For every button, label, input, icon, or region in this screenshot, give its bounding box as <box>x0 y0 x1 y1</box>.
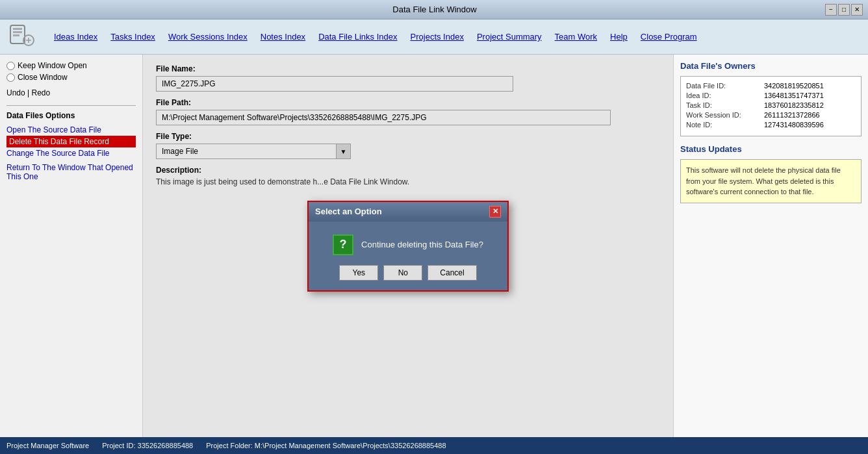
menu-team-work[interactable]: Team Work <box>548 29 604 44</box>
modal-no-button[interactable]: No <box>383 265 422 281</box>
owner-task-value: 183760182335812 <box>764 101 824 109</box>
keep-window-label: Keep Window Open <box>18 61 87 70</box>
svg-rect-3 <box>13 34 19 36</box>
owner-work-session-label: Work Session ID: <box>686 111 764 119</box>
window-options: Keep Window Open Close Window <box>6 61 136 82</box>
owner-idea-value: 136481351747371 <box>764 92 824 99</box>
status-project-folder-value: M:\Project Management Software\Projects\… <box>255 442 446 449</box>
modal-titlebar: Select an Option ✕ <box>309 202 507 221</box>
owner-data-file-value: 342081819520851 <box>764 82 824 90</box>
status-project-folder-label: Project Folder: <box>206 442 253 449</box>
menu-help[interactable]: Help <box>604 29 634 44</box>
undo-redo-row: Undo | Redo <box>6 88 136 97</box>
title-bar-controls: − □ ✕ <box>825 4 863 16</box>
sidebar-change-source[interactable]: Change The Source Data File <box>6 147 136 159</box>
close-window-option[interactable]: Close Window <box>6 73 136 82</box>
owners-title: Data File's Owners <box>680 61 862 71</box>
restore-button[interactable]: □ <box>838 4 850 16</box>
menu-work-sessions-index[interactable]: Work Sessions Index <box>162 29 254 44</box>
right-panel: Data File's Owners Data File ID: 3420818… <box>673 55 868 437</box>
menu-ideas-index[interactable]: Ideas Index <box>47 29 104 44</box>
redo-button[interactable]: Redo <box>31 88 50 97</box>
modal-body: ? Continue deleting this Data File? Yes … <box>309 221 507 290</box>
modal-question-icon: ? <box>333 234 353 255</box>
menu-project-summary[interactable]: Project Summary <box>470 29 548 44</box>
modal-title: Select an Option <box>315 207 382 216</box>
menu-tasks-index[interactable]: Tasks Index <box>104 29 162 44</box>
status-project-id-value: 33526268885488 <box>138 442 194 449</box>
sidebar-open-source[interactable]: Open The Source Data File <box>6 124 136 136</box>
owner-work-session-value: 26111321372866 <box>764 111 820 119</box>
owner-task-label: Task ID: <box>686 101 764 109</box>
menu-bar: Ideas Index Tasks Index Work Sessions In… <box>0 19 868 55</box>
owner-row-data-file: Data File ID: 342081819520851 <box>686 82 856 90</box>
modal-buttons: Yes No Cancel <box>339 265 476 281</box>
close-window-button[interactable]: ✕ <box>851 4 863 16</box>
sidebar-section-title: Data Files Options <box>6 111 136 120</box>
sidebar-divider <box>6 105 136 106</box>
menu-close-program[interactable]: Close Program <box>634 29 704 44</box>
minimize-button[interactable]: − <box>825 4 837 16</box>
menu-projects-index[interactable]: Projects Index <box>404 29 470 44</box>
svg-rect-2 <box>13 31 22 33</box>
status-project-folder: Project Folder: M:\Project Management So… <box>206 442 446 449</box>
owner-note-label: Note ID: <box>686 121 764 129</box>
status-project-id-label: Project ID: <box>102 442 135 449</box>
owner-data-file-label: Data File ID: <box>686 82 764 90</box>
owner-row-work-session: Work Session ID: 26111321372866 <box>686 111 856 119</box>
menu-notes-index[interactable]: Notes Index <box>254 29 312 44</box>
status-box: This software will not delete the physic… <box>680 159 862 203</box>
undo-button[interactable]: Undo <box>6 88 25 97</box>
status-software: Project Manager Software <box>6 442 89 449</box>
close-window-label: Close Window <box>18 73 68 82</box>
sidebar-return-window[interactable]: Return To The Window That Opened This On… <box>6 162 136 183</box>
modal-message-row: ? Continue deleting this Data File? <box>333 234 483 255</box>
owner-idea-label: Idea ID: <box>686 92 764 99</box>
status-project-id: Project ID: 33526268885488 <box>102 442 193 449</box>
menu-data-file-links-index[interactable]: Data File Links Index <box>312 29 403 44</box>
modal-close-button[interactable]: ✕ <box>489 206 501 218</box>
modal-cancel-button[interactable]: Cancel <box>428 265 476 281</box>
owner-row-note: Note ID: 127431480839596 <box>686 121 856 129</box>
keep-window-open-option[interactable]: Keep Window Open <box>6 61 136 70</box>
keep-window-radio[interactable] <box>6 62 15 70</box>
title-bar: Data File Link Window − □ ✕ <box>0 0 868 19</box>
status-bar: Project Manager Software Project ID: 335… <box>0 437 868 454</box>
svg-rect-1 <box>13 28 22 30</box>
status-title: Status Updates <box>680 144 862 154</box>
modal-dialog: Select an Option ✕ ? Continue deleting t… <box>307 201 509 292</box>
owners-box: Data File ID: 342081819520851 Idea ID: 1… <box>680 76 862 136</box>
content-area: File Name: IMG_2275.JPG File Path: M:\Pr… <box>143 55 673 437</box>
modal-message: Continue deleting this Data File? <box>361 240 483 249</box>
window-title: Data File Link Window <box>44 5 825 14</box>
owner-note-value: 127431480839596 <box>764 121 824 129</box>
main-area: Keep Window Open Close Window Undo | Red… <box>0 55 868 437</box>
app-logo <box>5 22 41 51</box>
sidebar-delete-record[interactable]: Delete This Data File Record <box>6 136 136 147</box>
sidebar: Keep Window Open Close Window Undo | Red… <box>0 55 143 437</box>
close-window-radio[interactable] <box>6 73 15 82</box>
owner-row-idea: Idea ID: 136481351747371 <box>686 92 856 99</box>
modal-yes-button[interactable]: Yes <box>339 265 378 281</box>
modal-overlay: Select an Option ✕ ? Continue deleting t… <box>143 55 673 437</box>
owner-row-task: Task ID: 183760182335812 <box>686 101 856 109</box>
